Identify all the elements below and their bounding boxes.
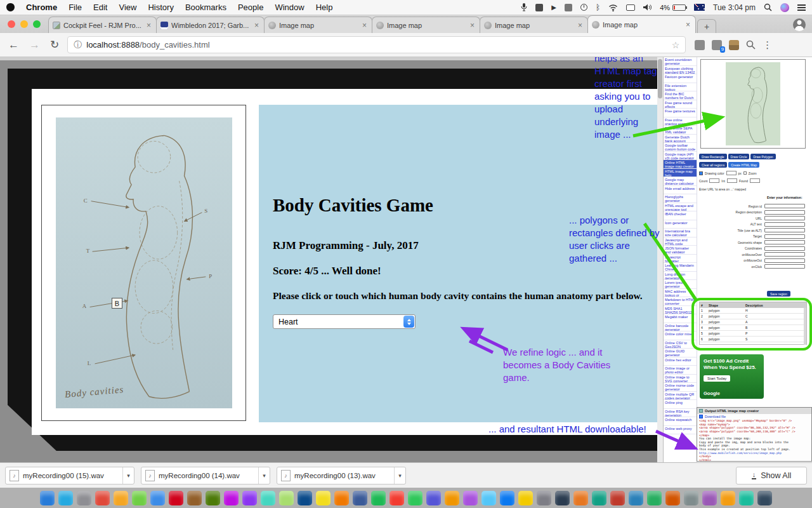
dock-icon[interactable] <box>684 491 698 505</box>
tool-link[interactable]: Online image or photo editor <box>664 366 697 375</box>
tool-link[interactable]: Lorem ipsum generator <box>664 280 697 289</box>
apple-logo-icon[interactable] <box>6 3 15 11</box>
tab-close-icon[interactable]: × <box>577 21 584 30</box>
dock-icon[interactable] <box>408 491 422 505</box>
tool-link[interactable]: Online RSA key generation <box>664 409 697 418</box>
dock-icon[interactable] <box>334 491 349 505</box>
tool-link[interactable]: Free online practice exams <box>664 117 697 126</box>
menubar-clock[interactable]: Tue 3:04 pm <box>713 3 756 12</box>
form-input[interactable] <box>764 234 805 239</box>
form-input[interactable] <box>764 258 805 263</box>
dock-icon[interactable] <box>242 491 257 505</box>
draw-shape-button[interactable]: Draw Rectangle <box>699 154 727 159</box>
menu-item[interactable]: People <box>238 3 263 12</box>
menu-item[interactable]: File <box>69 3 82 12</box>
dock-icon[interactable] <box>702 491 717 505</box>
draw-shape-button[interactable]: Draw Polygon <box>750 154 775 159</box>
tool-link[interactable]: MD5 SHA1 SHA256 SHA512 and RIPEMD160 has… <box>664 306 697 315</box>
tool-link[interactable]: Learning Mandarin Chinese <box>664 263 697 272</box>
browser-menu-icon[interactable]: ⋮ <box>763 39 772 51</box>
page-scrollbar[interactable] <box>657 57 663 462</box>
dock-icon[interactable] <box>187 491 202 505</box>
download-item[interactable]: ♪ myRecording00 (14).wav ▾ <box>141 467 270 485</box>
tool-link[interactable]: Hide email address <box>664 186 697 195</box>
uploaded-image-thumbnail[interactable] <box>700 59 806 149</box>
tool-link[interactable]: MAC address lookup or manufacturer looku… <box>664 289 697 298</box>
bluetooth-icon[interactable]: ᛒ <box>596 3 600 12</box>
tool-link[interactable]: Online CSV to GeoJSON converter <box>664 340 697 349</box>
tool-link[interactable]: Online image to SVG converter <box>664 375 697 384</box>
tool-link[interactable]: Long division generator <box>664 272 697 281</box>
form-input[interactable] <box>764 252 805 257</box>
tool-link[interactable]: Find the BIC numbers for Dutch IBAN numb… <box>664 91 697 100</box>
tool-link[interactable]: Online color mixer <box>664 331 697 340</box>
menu-item[interactable]: History <box>148 3 173 12</box>
dock-icon[interactable] <box>647 491 662 505</box>
clear-regions-button[interactable]: Clear all regions <box>699 162 727 168</box>
tool-link[interactable]: Google toolbar custom button code genera… <box>664 143 697 152</box>
form-input[interactable] <box>764 246 805 251</box>
zoom-checkbox[interactable] <box>743 171 747 175</box>
dock-icon[interactable] <box>426 491 441 505</box>
download-file-link[interactable]: Download file <box>697 414 811 419</box>
dock-icon[interactable] <box>721 491 735 505</box>
table-row[interactable]: 4 polygon B <box>700 325 806 331</box>
menu-app-name[interactable]: Chrome <box>26 3 57 12</box>
tool-link[interactable]: Generate Dutch bank account numbers <box>664 135 697 144</box>
extension-icon[interactable] <box>695 40 705 50</box>
tool-link[interactable]: Google maps (API v3) code generator <box>664 152 697 161</box>
download-options-chevron[interactable]: ▾ <box>122 467 134 484</box>
clock-status-icon[interactable] <box>580 4 587 11</box>
scrollbar-thumb[interactable] <box>658 59 662 98</box>
table-scrollbar[interactable] <box>804 308 806 345</box>
tool-link[interactable]: Online web proxy <box>664 426 697 435</box>
tab-close-icon[interactable]: × <box>469 21 476 30</box>
status-icon[interactable] <box>535 4 543 11</box>
extension-cube-icon[interactable] <box>729 40 739 50</box>
browser-tab[interactable]: Image map × <box>372 17 480 33</box>
dock-icon[interactable] <box>40 491 55 505</box>
ad-cta-button[interactable]: Start Today <box>704 375 730 382</box>
tool-link[interactable]: HTML escape and unescape tool <box>664 203 697 212</box>
tool-link[interactable]: Megabit maker <box>664 314 697 323</box>
dock-icon[interactable] <box>537 491 551 505</box>
dock-icon[interactable] <box>279 491 294 505</box>
dock-icon[interactable] <box>610 491 625 505</box>
dock-icon[interactable] <box>573 491 588 505</box>
dock-icon[interactable] <box>261 491 275 505</box>
draw-shape-button[interactable]: Draw Circle <box>728 154 750 159</box>
form-input[interactable] <box>764 216 805 220</box>
tool-link[interactable]: JSON formatter and validator <box>664 246 697 255</box>
dock-icon[interactable] <box>592 491 606 505</box>
reload-button[interactable]: ↻ <box>48 38 61 51</box>
count-input[interactable] <box>709 178 719 183</box>
tool-link[interactable]: European clothing standard EN 13402 pict… <box>664 66 697 75</box>
table-row[interactable]: 3 polygon A <box>700 319 806 325</box>
dock-icon[interactable] <box>114 491 128 505</box>
tool-link[interactable]: Online morse code generator <box>664 383 697 392</box>
browser-tab[interactable]: Wimbledon 2017; Garb... × <box>156 17 265 33</box>
dock-icon[interactable] <box>58 491 73 505</box>
address-bar[interactable]: ⓘ localhost:8888/body_cavities.html ☆ <box>67 36 686 53</box>
form-input[interactable] <box>764 210 805 215</box>
play-status-icon[interactable]: ▶ <box>551 4 556 11</box>
tool-link[interactable]: Free game textures <box>664 109 697 117</box>
tool-link[interactable]: Free online SEPA XML validator <box>664 126 697 135</box>
download-item[interactable]: ♪ myRecording00 (15).wav ▾ <box>5 467 134 485</box>
tool-link[interactable]: IBAN checker <box>664 211 697 220</box>
tool-link[interactable]: Hieroglyphs generator <box>664 194 697 203</box>
spotlight-search-icon[interactable] <box>764 3 772 11</box>
tool-link[interactable]: Online multiple QR codes generator <box>664 392 697 401</box>
form-input[interactable] <box>764 222 805 227</box>
volume-icon[interactable] <box>643 4 652 11</box>
tool-link[interactable]: Online HTML image map creator <box>664 160 697 169</box>
microphone-icon[interactable] <box>521 3 527 11</box>
dock-icon[interactable] <box>445 491 459 505</box>
dock-icon[interactable] <box>500 491 514 505</box>
dock-icon[interactable] <box>757 491 772 505</box>
tool-link[interactable]: Online ping <box>664 400 697 409</box>
dock-icon[interactable] <box>316 491 331 505</box>
tool-link[interactable]: Javascript and HTML code executer <box>664 237 697 246</box>
tab-close-icon[interactable]: × <box>145 21 152 30</box>
tool-link[interactable]: File extension lookup <box>664 83 697 92</box>
